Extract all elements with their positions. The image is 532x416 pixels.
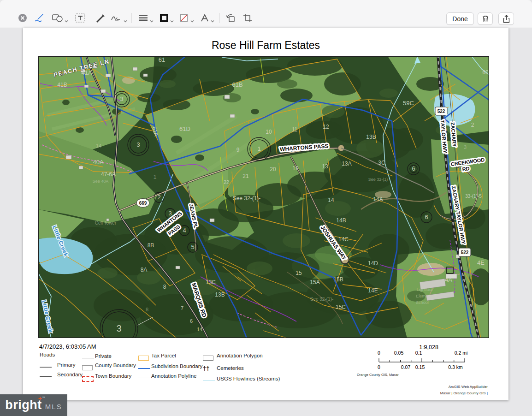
document-page: Rose Hill Farm Estates: [23, 28, 508, 400]
map-parcel-label: 12: [323, 124, 329, 130]
legend-label: Private: [95, 353, 112, 359]
map-parcel-label: 1: [450, 95, 453, 101]
line-weight-button[interactable]: [137, 12, 149, 24]
legend-label: Subdivision Boundary: [151, 363, 202, 369]
map-parcel-label: 4E: [477, 259, 485, 266]
map-parcel-label: 40A: [93, 159, 103, 166]
scale-km-tick: 0.07: [401, 364, 410, 370]
arcgis-credit: ArcGIS Web AppBuilder: [449, 384, 488, 390]
bright-mls-logo: bright+™ MLS: [0, 394, 67, 416]
map-parcel-label: 15A: [310, 279, 319, 285]
text-box-tool-button[interactable]: [74, 12, 86, 24]
map-parcel-label: 13: [322, 163, 328, 170]
svg-text:3: 3: [116, 323, 121, 333]
map-parcel-label: 1: [154, 174, 157, 180]
text-style-dropdown-chevron[interactable]: [211, 16, 214, 24]
scale-km-tick: 0.15: [415, 364, 425, 370]
line-weight-dropdown-chevron[interactable]: [150, 16, 154, 24]
map-parcel-label: 15: [296, 270, 302, 276]
map-annotation-circle: 3: [114, 91, 130, 107]
svg-text:1: 1: [257, 145, 260, 152]
map-parcel-label: 14: [328, 197, 334, 203]
legend-label: Annotation Polygon: [217, 353, 263, 358]
delete-button[interactable]: [478, 12, 493, 25]
legend-label: Cemeteries: [217, 365, 244, 371]
map-parcel-label: 41B: [57, 82, 67, 88]
done-button[interactable]: Done: [446, 12, 474, 25]
svg-text:3: 3: [136, 141, 140, 148]
rotate-icon: [225, 13, 236, 23]
fill-color-button[interactable]: [178, 12, 190, 24]
map-parcel-label: 11: [292, 126, 298, 133]
preview-markup-window: Done Rose Hill Farm Estates: [0, 0, 532, 416]
border-color-icon: [160, 13, 169, 23]
signature-tool-button[interactable]: [111, 12, 123, 24]
trademark-symbol: ™: [42, 396, 46, 399]
sketch-tool-button[interactable]: [33, 12, 45, 24]
border-color-button[interactable]: [158, 12, 170, 24]
rotate-button[interactable]: [225, 12, 236, 24]
shapes-dropdown-chevron[interactable]: [65, 16, 68, 24]
map-parcel-label: 15C: [336, 304, 346, 310]
map-timestamp: 4/7/2023, 6:03:05 AM: [39, 343, 96, 350]
map-parcel-label: 61D: [179, 125, 190, 132]
crop-button[interactable]: [242, 12, 254, 24]
map-parcel-label: 59C: [403, 100, 414, 107]
map-parcel-label: 2: [471, 122, 474, 128]
map-parcel-label: 20: [270, 166, 276, 172]
map-parcel-label: 61B: [232, 81, 242, 88]
legend-label: Town Boundary: [95, 373, 131, 379]
scale-ratio: 1:9,028: [419, 344, 438, 351]
svg-text:2: 2: [157, 194, 160, 201]
signature-dropdown-chevron[interactable]: [124, 16, 127, 24]
map-parcel-label: 7: [181, 305, 183, 311]
legend-label: USGS Flowlines (Streams): [217, 376, 280, 381]
map-parcel-label: See 32-(1)-: [233, 195, 261, 202]
legend-swatch-line: [82, 358, 94, 358]
map-parcel-label: 13C: [206, 279, 216, 285]
gis-map-canvas[interactable]: 3312345663 669522522 PEACH TREE LNWHARTO…: [38, 56, 489, 338]
fill-color-dropdown-chevron[interactable]: [190, 16, 194, 24]
svg-text:3: 3: [168, 210, 171, 217]
map-parcel-label: 14C: [338, 236, 349, 243]
text-style-icon: [200, 13, 209, 23]
close-markup-button[interactable]: [17, 12, 29, 24]
map-parcel-label: 19: [292, 165, 299, 172]
markup-toolbar: Done: [0, 0, 532, 28]
map-parcel-label: 61: [159, 56, 165, 63]
map-parcel-label: 60: [482, 69, 489, 76]
route-shield: 669: [136, 199, 149, 208]
line-weight-icon: [138, 14, 148, 22]
scale-credit: Orange County GIS, Maxar: [357, 373, 399, 377]
map-parcel-label: 47-6A: [101, 171, 116, 178]
scale-km-tick: 0.3 km: [448, 364, 463, 370]
share-icon: [503, 15, 510, 23]
svg-text:3: 3: [120, 95, 123, 102]
map-parcel-label: 6: [190, 318, 193, 324]
map-parcel-label: 8A: [141, 267, 148, 273]
legend-header: Roads: [40, 352, 55, 357]
legend-swatch-rect: [203, 356, 213, 361]
legend-swatch-line: [40, 376, 52, 377]
trash-icon: [482, 15, 489, 23]
highlighter-tool-button[interactable]: [94, 12, 106, 24]
svg-text:522: 522: [461, 250, 469, 255]
map-parcel-label: 8: [146, 307, 148, 312]
border-color-dropdown-chevron[interactable]: [170, 16, 174, 24]
map-title: Rose Hill Farm Estates: [23, 39, 508, 52]
map-parcel-label: 9: [236, 147, 240, 153]
shapes-tool-button[interactable]: [52, 12, 64, 24]
text-style-button[interactable]: [199, 12, 211, 24]
map-parcel-label: 14D: [368, 260, 378, 267]
map-parcel-label: 21: [242, 173, 249, 179]
share-button[interactable]: [498, 12, 514, 25]
map-parcel-label: Cell Tower: [95, 220, 117, 226]
map-parcel-label: 14: [96, 143, 101, 149]
svg-text:522: 522: [437, 109, 445, 114]
legend-swatch-line: [138, 378, 150, 378]
scale-km-tick: 0: [378, 364, 380, 370]
signature-icon: [111, 14, 123, 22]
mls-wordmark: MLS: [45, 403, 62, 410]
toolbar-separator: [131, 13, 132, 23]
legend-swatch-cross: ††: [203, 365, 209, 372]
